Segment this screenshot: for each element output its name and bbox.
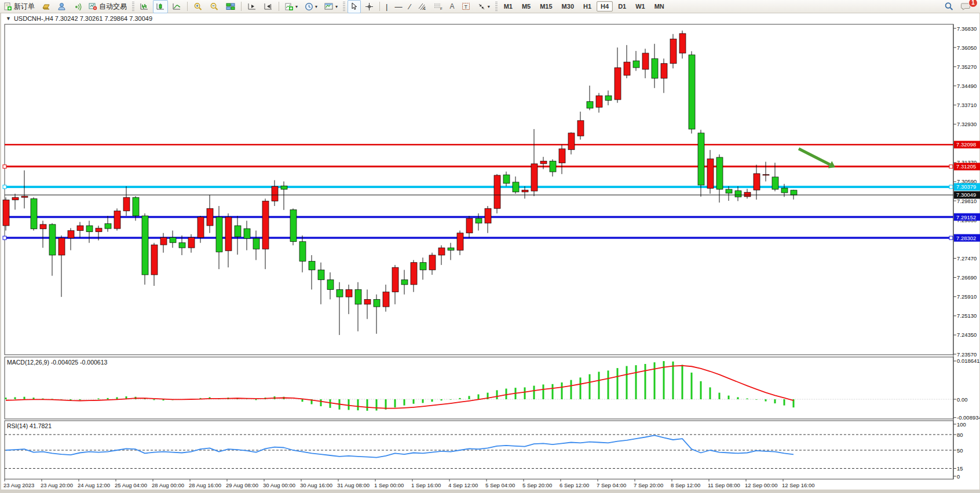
time-axis: 23 Aug 202323 Aug 20:0024 Aug 12:0025 Au… <box>3 479 815 488</box>
time-tick-label: 29 Aug 08:00 <box>226 482 258 488</box>
line-handle[interactable] <box>3 165 6 168</box>
tab-timeframe-m30[interactable]: M30 <box>558 1 578 12</box>
candle-body <box>318 270 324 279</box>
chart-canvas[interactable]: 7.368307.360507.352707.344907.337107.329… <box>1 13 980 490</box>
candle-body <box>68 230 74 238</box>
candle-body <box>281 186 287 189</box>
candlestick-chart-button[interactable] <box>153 0 168 13</box>
candle-body <box>476 218 482 223</box>
price-line-badge: 7.32098 <box>956 141 976 148</box>
auto-trading-button[interactable]: 自动交易 <box>86 0 130 13</box>
price-line-badge: 7.30379 <box>956 183 976 190</box>
candle-body <box>466 218 473 233</box>
svg-text:F: F <box>440 7 443 10</box>
new-order-button[interactable]: 新订单 <box>1 0 38 13</box>
candle-body <box>679 34 686 53</box>
toolbar-separator <box>379 2 380 11</box>
line-handle[interactable] <box>949 165 953 168</box>
line-handle[interactable] <box>3 236 6 240</box>
zoom-in-button[interactable] <box>191 0 206 13</box>
auto-scroll-button[interactable] <box>244 0 259 13</box>
trendline-button[interactable]: ∕ <box>406 0 413 13</box>
gold-icon <box>42 3 50 10</box>
price-badges: 7.320987.312057.303797.291527.283027.300… <box>954 141 980 241</box>
macd-signal-line <box>6 366 793 409</box>
candle-body <box>188 237 195 248</box>
main-plot-border <box>5 24 953 355</box>
periods-button[interactable]: ▾ <box>302 0 320 13</box>
tab-timeframe-mn[interactable]: MN <box>650 1 668 12</box>
bar-chart-icon <box>140 2 149 10</box>
fibonacci-button[interactable]: F <box>431 0 446 13</box>
candle-body <box>698 133 704 185</box>
candle-body <box>49 225 56 255</box>
tab-timeframe-h4[interactable]: H4 <box>597 1 613 12</box>
channel-icon: E <box>418 2 427 10</box>
time-tick-label: 8 Sep 12:00 <box>671 482 700 488</box>
signals-button[interactable] <box>70 0 85 13</box>
chat-button[interactable]: 1 <box>958 0 974 13</box>
vertical-line-button[interactable]: | <box>383 0 390 13</box>
market-watch-button[interactable] <box>39 0 53 13</box>
add-indicator-icon <box>285 2 294 11</box>
time-tick-label: 5 Sep 20:00 <box>522 482 552 488</box>
bar-chart-button[interactable] <box>137 0 152 13</box>
candle-body <box>661 64 667 78</box>
arrow-annotation[interactable] <box>799 149 835 168</box>
zoom-out-button[interactable] <box>207 0 222 13</box>
account-icon <box>57 2 66 10</box>
tab-timeframe-w1[interactable]: W1 <box>631 1 649 12</box>
main-toolbar: 新订单 自动交易 <box>0 0 980 13</box>
candle-body <box>253 238 259 249</box>
candle-body <box>494 175 500 208</box>
tab-timeframe-h1[interactable]: H1 <box>579 1 595 12</box>
text-button[interactable]: A <box>447 0 458 13</box>
text-label-button[interactable]: T <box>459 0 473 13</box>
candle-body <box>198 217 204 237</box>
candle-body <box>216 217 222 252</box>
candle-body <box>123 197 130 211</box>
notification-badge: 1 <box>968 0 978 8</box>
price-line-badge: 7.28302 <box>956 235 976 241</box>
candle-body <box>77 226 83 230</box>
crosshair-button[interactable] <box>362 0 376 13</box>
price-line-badge: 7.31205 <box>956 163 976 170</box>
candle-body <box>587 102 593 108</box>
rsi-tick-label: 15 <box>957 465 963 472</box>
tab-timeframe-d1[interactable]: D1 <box>614 1 630 12</box>
candle-body <box>503 175 510 183</box>
candle-body <box>3 200 9 226</box>
candle-body <box>290 209 297 241</box>
time-tick-label: 28 Aug 00:00 <box>152 482 184 488</box>
time-tick-label: 31 Aug 08:00 <box>337 482 370 488</box>
candle-body <box>438 248 445 255</box>
candle-body <box>615 68 621 100</box>
add-indicator-button[interactable]: ▾ <box>282 0 301 13</box>
line-chart-icon <box>172 2 181 10</box>
horizontal-line-button[interactable]: — <box>392 0 405 13</box>
chart-shift-button[interactable] <box>261 0 276 13</box>
candle-body <box>652 58 658 78</box>
account-button[interactable] <box>54 0 69 13</box>
channel-button[interactable]: E <box>415 0 430 13</box>
shapes-button[interactable]: ▾ <box>474 0 493 13</box>
tab-timeframe-m1[interactable]: M1 <box>500 1 517 12</box>
line-chart-button[interactable] <box>169 0 184 13</box>
rsi-tick-label: 80 <box>957 432 963 438</box>
candle-body <box>364 299 371 304</box>
candle-body <box>485 208 491 223</box>
cursor-button[interactable] <box>348 0 361 13</box>
price-tick-label: 7.32930 <box>957 121 977 127</box>
tab-timeframe-m15[interactable]: M15 <box>536 1 556 12</box>
toolbar-grip <box>495 2 498 11</box>
search-button[interactable] <box>941 0 957 13</box>
tab-timeframe-m5[interactable]: M5 <box>518 1 535 12</box>
line-handle[interactable] <box>949 236 953 240</box>
candle-body <box>401 279 408 284</box>
candle-body <box>550 161 556 172</box>
tile-windows-button[interactable] <box>223 0 238 13</box>
templates-button[interactable]: ▾ <box>321 0 341 13</box>
line-handle[interactable] <box>949 185 953 189</box>
line-handle[interactable] <box>3 185 6 189</box>
candle-body <box>624 62 630 75</box>
